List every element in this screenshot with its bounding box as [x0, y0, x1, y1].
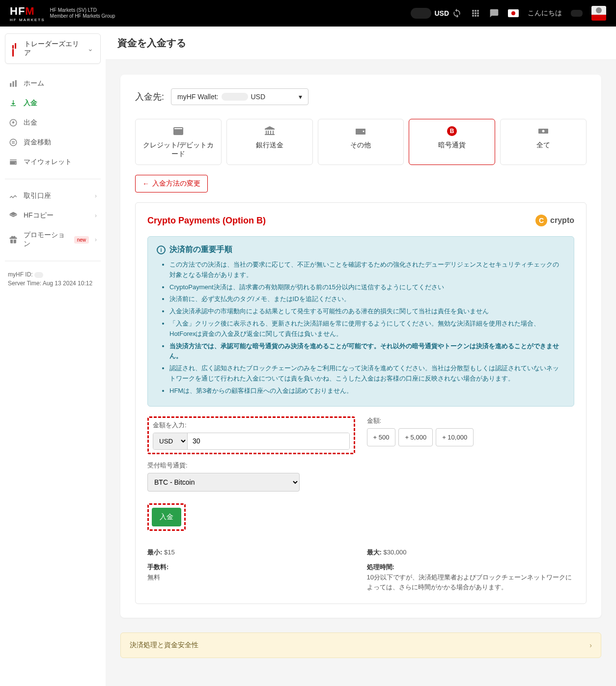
area-label: トレーダーズエリア [24, 40, 83, 57]
deposit-submit-button[interactable]: 入金 [152, 508, 181, 526]
apps-icon[interactable] [471, 8, 480, 18]
tab-bank[interactable]: 銀行送金 [226, 119, 313, 165]
nav-hfcopy[interactable]: HFコピー › [5, 206, 101, 225]
deposit-panel: 入金先: myHF Wallet: USD ▾ クレジット/デビットカード 銀行… [120, 75, 601, 618]
sidebar: トレーダーズエリア ⌄ ホーム 入金 出金 資金移動 マイウォレット 取引口座 … [0, 27, 106, 686]
dest-wallet-select[interactable]: myHF Wallet: USD ▾ [171, 88, 308, 105]
username-placeholder [571, 10, 583, 17]
page-title: 資金を入金する [117, 36, 604, 50]
info-icon: i [157, 246, 166, 254]
alert-list: この方法での決済は、当社の要求に応じて、不正が無いことを確認するための強化された… [157, 260, 565, 396]
alert-title: 決済前の重要手順 [169, 245, 232, 255]
accounts-icon [9, 192, 18, 200]
alert-box: i 決済前の重要手順 この方法での決済は、当社の要求に応じて、不正が無いことを確… [147, 236, 574, 407]
nav-home[interactable]: ホーム [5, 74, 101, 93]
logo-sub: HF MARKETS [10, 18, 45, 22]
gift-icon [9, 235, 18, 244]
wallet2-icon [324, 125, 398, 137]
nav-accounts[interactable]: 取引口座 › [5, 186, 101, 206]
svg-rect-1 [13, 82, 14, 87]
nav-promotions[interactable]: プロモーション new › [5, 225, 101, 254]
info-fee: 手数料:無料 [147, 563, 355, 592]
currency-flag-icon [411, 8, 431, 19]
content-area: 資金を入金する 入金先: myHF Wallet: USD ▾ クレジット/デビ… [106, 27, 616, 686]
method-tabs: クレジット/デビットカード 銀行送金 その他 B 暗号通貨 全て [135, 119, 587, 165]
wallet-icon [9, 158, 18, 166]
layers-icon [9, 211, 18, 220]
info-max: 最大: $30,000 [367, 548, 575, 557]
arrow-left-icon: ← [142, 180, 149, 188]
chevron-right-icon: › [95, 236, 97, 243]
security-collapse[interactable]: 決済処理と資金安全性 › [120, 632, 601, 658]
deposit-icon [9, 99, 18, 108]
nav-transfer[interactable]: 資金移動 [5, 133, 101, 152]
currency-selector[interactable]: USD [411, 8, 462, 19]
sidebar-footer: myHF ID: Server Time: Aug 13 2024 10:12 [5, 271, 101, 287]
nav-wallet[interactable]: マイウォレット [5, 152, 101, 172]
logo-main: HFM [10, 5, 45, 18]
svg-text:B: B [450, 128, 454, 135]
area-dropdown[interactable]: トレーダーズエリア ⌄ [5, 33, 101, 64]
chevron-right-icon: › [589, 641, 592, 649]
withdraw-icon [9, 118, 18, 127]
tab-crypto[interactable]: B 暗号通貨 [409, 119, 495, 165]
quick-10000[interactable]: + 10,000 [436, 428, 474, 446]
cash-icon [506, 125, 580, 137]
svg-point-4 [10, 139, 17, 146]
logo-block[interactable]: HFM HF MARKETS HF Markets (SV) LTD Membe… [10, 5, 115, 22]
quick-500[interactable]: + 500 [367, 428, 396, 446]
bars-icon [12, 41, 19, 56]
quick-5000[interactable]: + 5,000 [398, 428, 433, 446]
dest-label: 入金先: [135, 91, 164, 103]
language-flag-jp[interactable] [508, 9, 519, 17]
nav-withdraw[interactable]: 出金 [5, 113, 101, 133]
svg-point-8 [542, 130, 545, 133]
amount-input[interactable] [188, 433, 349, 449]
nav-deposit[interactable]: 入金 [5, 93, 101, 113]
user-avatar[interactable] [591, 6, 606, 21]
svg-rect-2 [15, 80, 17, 87]
currency-select[interactable]: USD [153, 433, 188, 449]
crypto-circle-icon: C [535, 215, 547, 226]
tab-card[interactable]: クレジット/デビットカード [135, 119, 222, 165]
submit-highlight: 入金 [147, 503, 186, 531]
bitcoin-icon: B [415, 125, 489, 137]
tab-all[interactable]: 全て [500, 119, 587, 165]
crypto-form-card: Crypto Payments (Option B) C crypto i 決済… [135, 202, 587, 604]
info-time: 処理時間:10分以下ですが、決済処理業者およびブロックチェーンネットワークによっ… [367, 563, 575, 592]
wallet-id-placeholder [222, 93, 248, 101]
card-icon [141, 125, 215, 137]
chat-icon[interactable] [489, 8, 499, 18]
home-icon [9, 79, 18, 88]
company-info: HF Markets (SV) LTD Member of HF Markets… [50, 7, 115, 19]
back-button[interactable]: ← 入金方法の変更 [135, 175, 208, 192]
amount-label: 金額を入力: [153, 421, 350, 430]
nav-separator [5, 179, 101, 179]
topbar: HFM HF MARKETS HF Markets (SV) LTD Membe… [0, 0, 616, 27]
crypto-select-label: 受付暗号通貨: [147, 461, 574, 470]
chevron-down-icon: ⌄ [87, 45, 93, 53]
svg-rect-0 [10, 83, 11, 87]
bank-icon [233, 125, 307, 137]
crypto-provider-logo: C crypto [535, 215, 574, 226]
tab-other[interactable]: その他 [318, 119, 404, 165]
info-min: 最小: $15 [147, 548, 355, 557]
collapse-title: 決済処理と資金安全性 [130, 641, 198, 650]
nav-separator [5, 261, 101, 261]
card-title: Crypto Payments (Option B) [147, 216, 266, 226]
page-title-bar: 資金を入金する [106, 27, 616, 60]
amount-highlight: 金額を入力: USD [147, 416, 355, 454]
chevron-right-icon: › [95, 212, 97, 219]
refresh-icon [452, 8, 462, 18]
id-placeholder [34, 272, 43, 278]
crypto-currency-select[interactable]: BTC - Bitcoin [147, 473, 300, 492]
quick-label: 金額: [367, 416, 575, 425]
chevron-down-icon: ▾ [299, 93, 302, 101]
transfer-icon [9, 138, 18, 147]
chevron-right-icon: › [95, 192, 97, 199]
greeting-text: こんにちは [528, 9, 562, 18]
new-badge: new [74, 236, 89, 244]
